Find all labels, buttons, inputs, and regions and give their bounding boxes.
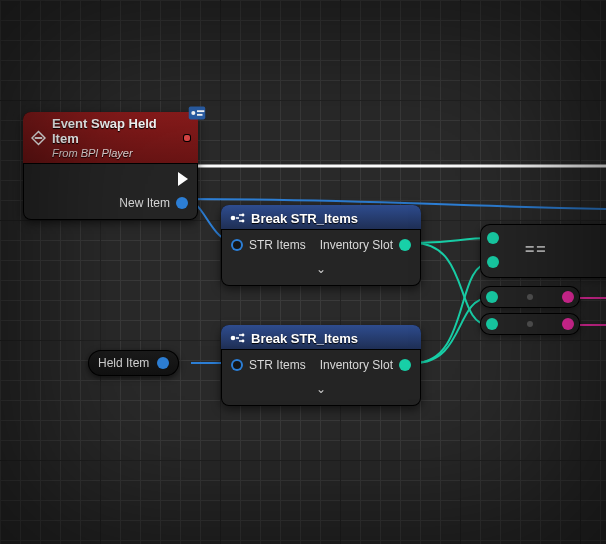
- struct-pin-icon: [157, 357, 169, 369]
- break-struct-icon: [229, 210, 245, 226]
- node-title: Break STR_Items: [251, 331, 358, 346]
- pin-out[interactable]: [562, 291, 574, 303]
- pin-label: STR Items: [249, 238, 306, 252]
- ellipsis-icon: [527, 294, 533, 300]
- variable-label: Held Item: [98, 356, 149, 370]
- svg-rect-2: [189, 107, 206, 120]
- node-event-swap-held-item[interactable]: Event Swap Held Item From BPI Player New…: [23, 112, 198, 220]
- node-title: Event Swap Held Item: [52, 117, 178, 147]
- svg-point-11: [242, 340, 245, 343]
- pin-new-item-out[interactable]: New Item: [119, 196, 188, 210]
- pin-in[interactable]: [486, 291, 498, 303]
- node-set-member-2[interactable]: [480, 313, 580, 335]
- pin-str-items-in[interactable]: STR Items: [231, 238, 306, 252]
- node-header[interactable]: Event Swap Held Item From BPI Player: [23, 112, 198, 164]
- pin-label: Inventory Slot: [320, 238, 393, 252]
- node-break-str-items-1[interactable]: Break STR_Items STR Items Inventory Slot…: [221, 205, 421, 286]
- pin-out[interactable]: [562, 318, 574, 330]
- pin-label: STR Items: [249, 358, 306, 372]
- pin-str-items-in[interactable]: STR Items: [231, 358, 306, 372]
- pin-exec-out[interactable]: [178, 172, 188, 186]
- svg-point-6: [231, 216, 236, 221]
- node-break-str-items-2[interactable]: Break STR_Items STR Items Inventory Slot…: [221, 325, 421, 406]
- equals-symbol: ==: [525, 241, 548, 259]
- node-equals[interactable]: ==: [480, 224, 606, 278]
- expand-struct-button[interactable]: ⌄: [231, 382, 411, 396]
- svg-rect-4: [197, 110, 204, 112]
- struct-pin-icon: [231, 239, 243, 251]
- byte-pin-icon: [487, 256, 499, 268]
- interface-event-icon: [186, 102, 208, 124]
- svg-point-3: [191, 111, 195, 115]
- ellipsis-icon: [527, 321, 533, 327]
- node-header[interactable]: Break STR_Items: [221, 325, 421, 350]
- exec-arrow-icon: [178, 172, 188, 186]
- pin-b-in[interactable]: [487, 256, 499, 268]
- byte-pin-icon: [399, 359, 411, 371]
- node-header[interactable]: Break STR_Items: [221, 205, 421, 230]
- replication-indicator: [184, 135, 190, 141]
- node-variable-held-item[interactable]: Held Item: [88, 350, 179, 376]
- svg-rect-5: [197, 114, 203, 116]
- svg-point-7: [242, 214, 245, 217]
- pin-in[interactable]: [486, 318, 498, 330]
- svg-rect-1: [35, 137, 42, 139]
- node-subtitle: From BPI Player: [52, 147, 178, 160]
- pin-label: Inventory Slot: [320, 358, 393, 372]
- expand-struct-button[interactable]: ⌄: [231, 262, 411, 276]
- struct-pin-icon: [231, 359, 243, 371]
- pin-inventory-slot-out[interactable]: Inventory Slot: [320, 358, 411, 372]
- byte-pin-icon: [486, 318, 498, 330]
- svg-point-10: [242, 334, 245, 337]
- pin-a-in[interactable]: [487, 232, 499, 244]
- byte-pin-icon: [486, 291, 498, 303]
- byte-pin-icon: [487, 232, 499, 244]
- svg-point-9: [231, 336, 236, 341]
- struct-pin-icon: [176, 197, 188, 209]
- pin-label: New Item: [119, 196, 170, 210]
- event-icon: [31, 130, 46, 146]
- node-set-member-1[interactable]: [480, 286, 580, 308]
- node-title: Break STR_Items: [251, 211, 358, 226]
- break-struct-icon: [229, 330, 245, 346]
- svg-point-8: [242, 220, 245, 223]
- pin-inventory-slot-out[interactable]: Inventory Slot: [320, 238, 411, 252]
- byte-pin-icon: [399, 239, 411, 251]
- pin-icon: [562, 291, 574, 303]
- pin-icon: [562, 318, 574, 330]
